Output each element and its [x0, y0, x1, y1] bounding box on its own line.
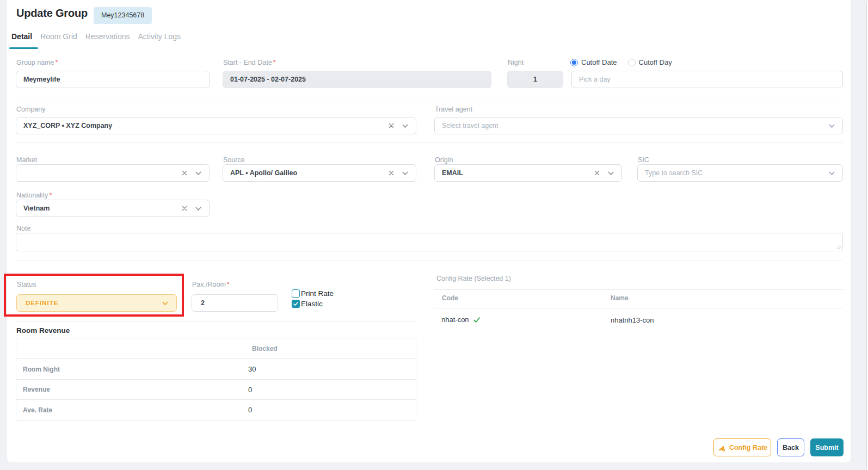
row-divider-3: [16, 261, 843, 261]
nationality-select[interactable]: Vietnam: [16, 200, 210, 217]
room-revenue-table: Blocked Room Night 30 Revenue 0 Ave. Rat…: [16, 338, 416, 420]
group-name-input[interactable]: Meymeylife: [16, 71, 210, 88]
clear-icon[interactable]: [594, 170, 600, 176]
config-rate-button[interactable]: Config Rate: [713, 438, 771, 456]
chevron-down-icon[interactable]: [828, 170, 835, 177]
selected-check-icon: [473, 316, 481, 324]
row-divider-2: [16, 143, 843, 143]
clear-icon[interactable]: [181, 205, 188, 212]
print-rate-checkbox[interactable]: [292, 289, 300, 298]
back-button[interactable]: Back: [777, 438, 804, 456]
row-divider-1: [16, 96, 843, 96]
chevron-down-icon[interactable]: [828, 122, 835, 129]
travel-agent-select[interactable]: Select travel agent: [434, 117, 843, 134]
chevron-down-icon[interactable]: [402, 122, 409, 129]
config-rate-panel-title: Config Rate (Selected 1): [436, 275, 511, 282]
active-tab-underline: [9, 47, 38, 49]
blocked-column-header: Blocked: [248, 345, 278, 352]
chevron-down-icon[interactable]: [195, 205, 202, 212]
cutoff-date-radio[interactable]: [570, 59, 578, 66]
clear-icon[interactable]: [181, 170, 188, 176]
night-label: Night: [508, 59, 524, 66]
clear-icon[interactable]: [388, 170, 395, 176]
config-rate-code-cell: nhat-con: [441, 316, 469, 324]
status-label: Status: [17, 281, 36, 288]
config-rate-name-header: Name: [611, 294, 629, 302]
chevron-down-icon[interactable]: [195, 170, 202, 177]
chevron-down-icon[interactable]: [402, 170, 409, 177]
config-rate-icon: [717, 443, 725, 452]
note-label: Note: [16, 225, 30, 232]
sic-select[interactable]: Type to search SIC: [637, 164, 843, 182]
config-rate-code-header: Code: [442, 294, 458, 302]
market-label: Market: [16, 156, 37, 164]
sic-label: SIC: [638, 156, 649, 164]
chevron-down-icon[interactable]: [607, 170, 614, 177]
room-revenue-title: Room Revenue: [16, 326, 70, 335]
origin-select[interactable]: EMAIL: [434, 164, 622, 182]
config-rate-title-divider: [434, 289, 843, 290]
origin-label: Origin: [435, 156, 453, 164]
note-textarea[interactable]: [16, 233, 843, 251]
pax-room-label: Pax./Room*: [192, 281, 230, 288]
date-range-input[interactable]: 01-07-2025 - 02-07-2025: [223, 71, 491, 88]
status-select[interactable]: DEFINITE: [16, 294, 177, 312]
page-title: Update Group: [16, 7, 88, 20]
group-code-badge: Mey12345678: [94, 7, 152, 24]
cutoff-radio-group: Cutoff Date Cutoff Day: [570, 58, 672, 66]
config-rate-row[interactable]: nhat-con: [441, 316, 481, 324]
tab-activity-logs[interactable]: Activity Logs: [138, 32, 181, 41]
elastic-checkbox[interactable]: [292, 300, 300, 308]
cutoff-date-radio-label[interactable]: Cutoff Date: [581, 58, 617, 66]
tab-reservations[interactable]: Reservations: [85, 32, 130, 41]
source-select[interactable]: APL • Apollo/ Galileo: [223, 164, 416, 182]
pax-room-input[interactable]: 2: [192, 294, 278, 312]
tab-bar: Detail Room Grid Reservations Activity L…: [11, 32, 181, 41]
nationality-label: Nationality*: [16, 191, 52, 199]
print-rate-label[interactable]: Print Rate: [301, 289, 334, 298]
room-revenue-header-row: Blocked: [16, 338, 416, 359]
company-select[interactable]: XYZ_CORP • XYZ Company: [16, 117, 416, 134]
market-select[interactable]: [16, 164, 210, 182]
company-label: Company: [16, 106, 46, 113]
tab-room-grid[interactable]: Room Grid: [40, 32, 77, 41]
night-input[interactable]: 1: [507, 71, 563, 88]
source-label: Source: [223, 156, 245, 164]
elastic-label[interactable]: Elastic: [301, 300, 323, 308]
group-name-label: Group name*: [16, 59, 58, 66]
cutoff-day-radio[interactable]: [628, 59, 636, 66]
table-row: Room Night 30: [16, 359, 416, 380]
tab-detail[interactable]: Detail: [11, 32, 32, 41]
print-rate-row: Print Rate: [292, 289, 334, 298]
table-row: Revenue 0: [16, 380, 416, 400]
date-range-label: Start - End Date*: [223, 59, 276, 66]
config-rate-name-cell: nhatnh13-con: [611, 316, 654, 324]
table-row: Ave. Rate 0: [16, 400, 416, 420]
resize-handle-icon[interactable]: [836, 244, 841, 250]
check-icon: [293, 301, 299, 307]
travel-agent-label: Travel agent: [435, 106, 472, 113]
submit-button[interactable]: Submit: [810, 438, 844, 456]
chevron-down-icon[interactable]: [162, 300, 169, 307]
cutoff-day-input[interactable]: Pick a day: [571, 71, 843, 88]
config-rate-header-divider: [434, 308, 843, 308]
elastic-row: Elastic: [292, 300, 323, 308]
cutoff-day-radio-label[interactable]: Cutoff Day: [639, 58, 672, 66]
clear-icon[interactable]: [388, 122, 395, 129]
status-section-divider: [16, 321, 416, 321]
